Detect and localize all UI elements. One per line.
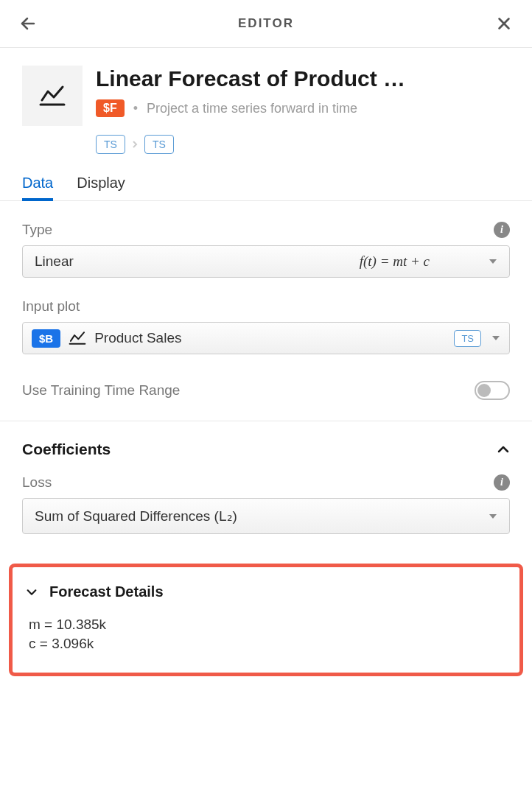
training-range-label: Use Training Time Range <box>22 382 180 399</box>
ts-badge-small: TS <box>454 330 481 347</box>
close-icon <box>496 15 512 32</box>
info-icon[interactable]: i <box>494 474 510 491</box>
training-range-row: Use Training Time Range <box>22 381 510 421</box>
type-select[interactable]: Linear f(t) = mt + c <box>22 245 510 278</box>
ts-flow: TS TS <box>96 135 510 154</box>
input-plot-right: TS <box>454 330 500 347</box>
coefficients-header[interactable]: Coefficients <box>22 441 510 458</box>
chevron-down-icon <box>26 586 38 598</box>
tab-display[interactable]: Display <box>77 175 125 200</box>
tabs: Data Display <box>0 175 532 201</box>
type-value: Linear <box>35 253 74 270</box>
svg-marker-5 <box>489 514 497 519</box>
input-plot-label: Input plot <box>22 298 80 315</box>
loss-label: Loss <box>22 474 52 491</box>
forecast-details-title: Forecast Details <box>49 583 164 600</box>
line-chart-icon <box>38 81 67 110</box>
chevron-up-icon <box>497 443 510 456</box>
header-title: EDITOR <box>238 16 294 31</box>
loss-label-row: Loss i <box>22 474 510 491</box>
separator-dot: • <box>133 101 138 116</box>
page-title: Linear Forecast of Product … <box>96 66 405 92</box>
input-plot-section: Input plot $B Product Sales TS <box>22 298 510 354</box>
formula-badge: $F <box>96 99 125 117</box>
coefficient-m: m = 10.385k <box>26 617 506 633</box>
type-label-row: Type i <box>22 222 510 238</box>
chevron-down-icon <box>491 334 500 343</box>
loss-value: Sum of Squared Differences (L₂) <box>35 508 237 524</box>
svg-marker-4 <box>492 336 500 340</box>
editor-header: EDITOR <box>0 0 532 48</box>
info-icon[interactable]: i <box>494 222 510 238</box>
editor-body: Linear Forecast of Product … $F • Projec… <box>0 48 532 534</box>
forecast-details-header[interactable]: Forecast Details <box>26 583 506 600</box>
chevron-down-icon <box>489 512 497 521</box>
subtitle-row: $F • Project a time series forward in ti… <box>96 99 405 117</box>
svg-marker-3 <box>489 259 497 264</box>
input-plot-select[interactable]: $B Product Sales TS <box>22 322 510 354</box>
ts-output-badge: TS <box>144 135 174 154</box>
chevron-right-icon <box>131 141 139 148</box>
forecast-icon-box <box>22 66 83 126</box>
close-button[interactable] <box>494 13 514 34</box>
ts-input-badge: TS <box>96 135 125 154</box>
input-plot-left: $B Product Sales <box>32 329 181 348</box>
line-chart-icon <box>68 329 87 348</box>
input-plot-label-row: Input plot <box>22 298 510 315</box>
type-formula: f(t) = mt + c <box>360 253 430 270</box>
title-block: Linear Forecast of Product … $F • Projec… <box>96 66 405 117</box>
input-plot-name: Product Sales <box>94 330 181 346</box>
loss-select[interactable]: Sum of Squared Differences (L₂) <box>22 498 510 534</box>
tab-data[interactable]: Data <box>22 175 53 200</box>
training-range-toggle[interactable] <box>475 381 510 400</box>
type-label: Type <box>22 222 52 238</box>
toggle-knob <box>477 384 491 397</box>
coefficient-c: c = 3.096k <box>26 636 506 652</box>
chevron-down-icon <box>489 257 497 266</box>
title-row: Linear Forecast of Product … $F • Projec… <box>22 66 510 126</box>
forecast-details-panel: Forecast Details m = 10.385k c = 3.096k <box>9 564 523 676</box>
coefficients-title: Coefficients <box>22 441 111 458</box>
arrow-left-icon <box>19 15 37 32</box>
variable-badge: $B <box>32 329 60 348</box>
back-button[interactable] <box>18 13 38 34</box>
divider <box>0 421 532 421</box>
description-text: Project a time series forward in time <box>147 101 357 116</box>
type-section: Type i Linear f(t) = mt + c <box>22 222 510 278</box>
